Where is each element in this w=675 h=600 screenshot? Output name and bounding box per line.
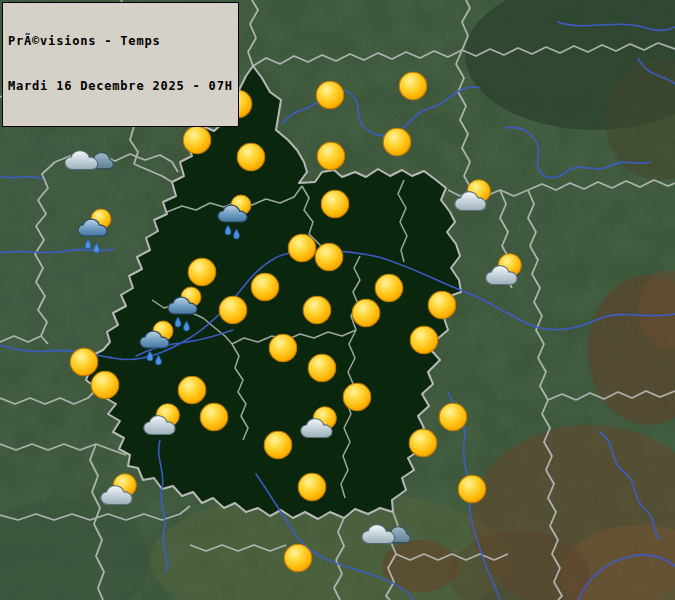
clouds-icon[interactable]	[61, 138, 115, 178]
sun-cloud-icon[interactable]	[295, 400, 345, 448]
sun-icon[interactable]	[308, 73, 352, 117]
sun-icon[interactable]	[211, 288, 255, 332]
sun-icon[interactable]	[309, 134, 353, 178]
sun-icon[interactable]	[375, 120, 419, 164]
sun-icon[interactable]	[192, 395, 236, 439]
sun-icon[interactable]	[313, 182, 357, 226]
sun-icon[interactable]	[290, 465, 334, 509]
sun-icon[interactable]	[402, 318, 446, 362]
sun-icon[interactable]	[307, 235, 351, 279]
title-line2: Mardi 16 Decembre 2025 - 07H	[8, 79, 233, 94]
sun-icon[interactable]	[83, 363, 127, 407]
sun-icon[interactable]	[276, 536, 320, 580]
sun-cloud-icon[interactable]	[480, 247, 530, 295]
sun-icon[interactable]	[344, 291, 388, 335]
sun-rain-icon[interactable]	[211, 192, 263, 244]
sun-icon[interactable]	[261, 326, 305, 370]
title-line1: PrÃ©visions - Temps	[8, 34, 233, 49]
sun-icon[interactable]	[401, 421, 445, 465]
clouds-icon[interactable]	[358, 512, 412, 552]
weather-forecast-map-screen: PrÃ©visions - Temps Mardi 16 Decembre 20…	[0, 0, 675, 600]
sun-icon[interactable]	[256, 423, 300, 467]
sun-cloud-icon[interactable]	[138, 397, 188, 445]
sun-icon[interactable]	[229, 135, 273, 179]
sun-cloud-icon[interactable]	[95, 467, 145, 515]
sun-cloud-icon[interactable]	[449, 173, 499, 221]
title-box: PrÃ©visions - Temps Mardi 16 Decembre 20…	[2, 2, 239, 127]
sun-rain-icon[interactable]	[133, 318, 185, 370]
sun-icon[interactable]	[391, 64, 435, 108]
sun-icon[interactable]	[450, 467, 494, 511]
sun-rain-icon[interactable]	[71, 206, 123, 258]
